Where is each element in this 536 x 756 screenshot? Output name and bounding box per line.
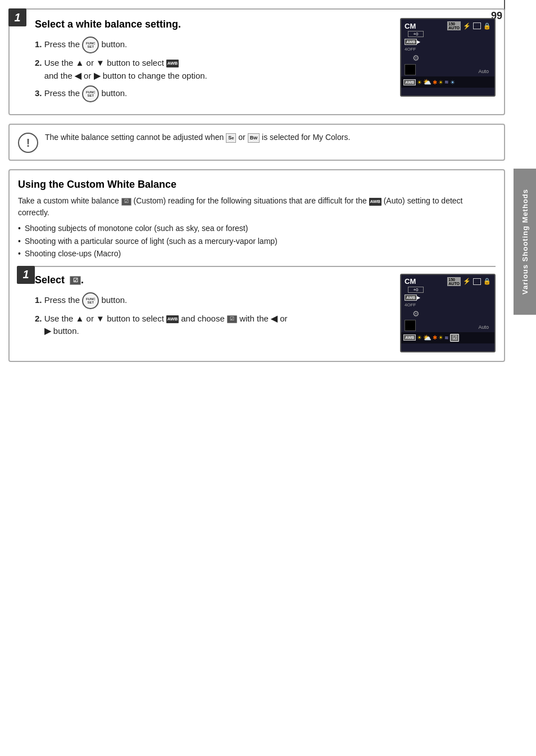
cam2-grid-row: +0 AWB ▶ 4OFF ⚙ Auto bbox=[401, 286, 494, 331]
cam2-ev: +0 bbox=[408, 287, 424, 293]
cam1-black-sq bbox=[405, 64, 416, 75]
cam2-square bbox=[473, 278, 481, 285]
section2-badge: 1 bbox=[17, 266, 35, 284]
cam2-left: +0 AWB ▶ 4OFF ⚙ bbox=[405, 286, 427, 331]
section1-step3: 3. Press the button. bbox=[35, 85, 394, 102]
arrow-left-1: ◀ bbox=[75, 71, 81, 80]
func-set-btn-2[interactable] bbox=[82, 85, 99, 102]
cam2-custom-selected: ☑ bbox=[450, 334, 459, 342]
cam1-top-icons: 150AUTO ⚡ 🔒 bbox=[447, 21, 491, 30]
cam1-wb-arrow: ▶ bbox=[417, 39, 420, 44]
func-set-btn-1[interactable] bbox=[82, 37, 99, 53]
cam2-star-icon: ⚡ bbox=[463, 278, 471, 285]
func-set-btn-3[interactable] bbox=[82, 292, 99, 309]
cam2-cm: CM bbox=[405, 277, 416, 286]
arrow-up-1: ▲ bbox=[76, 58, 84, 67]
cam2-black-sq bbox=[405, 320, 416, 331]
cam1-auto: Auto bbox=[478, 69, 489, 74]
section2-step2: 2. Use the ▲ or ▼ button to select AWB a… bbox=[35, 313, 394, 338]
cwb-desc: Take a custom white balance ☑ (Custom) r… bbox=[18, 195, 496, 219]
step2-text-before: Use the bbox=[44, 58, 74, 67]
cam1-custom-end: ☀ bbox=[450, 79, 455, 85]
arrow-left-2: ◀ bbox=[271, 314, 278, 323]
note-icon: ! bbox=[18, 133, 38, 153]
step3-text-before: Press the bbox=[44, 88, 80, 98]
cam1-wb-row: AWB ▶ bbox=[405, 39, 427, 45]
cwb-bullets: Shooting subjects of monotone color (suc… bbox=[18, 222, 496, 260]
step3-num: 3. bbox=[35, 88, 42, 98]
cam2-iso: 150AUTO bbox=[447, 277, 461, 286]
section1-step2: 2. Use the ▲ or ▼ button to select AWB a… bbox=[35, 57, 394, 82]
s2-step2-mid2: and choose bbox=[181, 314, 225, 323]
note-box: ! The white balance setting cannot be ad… bbox=[8, 124, 505, 161]
cam2-lock-icon: 🔒 bbox=[483, 278, 491, 285]
arrow-down-2: ▼ bbox=[96, 314, 105, 323]
cam1-lock-icon: 🔒 bbox=[483, 22, 491, 30]
cam2-off: 4OFF bbox=[405, 302, 427, 307]
cwb-desc1: Take a custom white balance bbox=[18, 196, 119, 205]
s2-step2-end: button. bbox=[53, 326, 79, 336]
main-content: 1 Select a white balance setting. 1. Pre… bbox=[8, 8, 505, 362]
s2-step2-before: Use the bbox=[44, 314, 74, 323]
custom-wb-icon-desc: ☑ bbox=[121, 198, 131, 206]
cam2-gear-icon: ⚙ bbox=[405, 309, 427, 318]
step2-or2: or bbox=[84, 71, 91, 80]
section2-box: 1 Select ☑. 1. Press the button. 2. Use bbox=[18, 266, 496, 361]
cam1-fluor: ≋ bbox=[444, 79, 449, 85]
cam2-sun2: ☀ bbox=[438, 334, 443, 341]
side-tab: Various Shooting Methods bbox=[514, 169, 536, 315]
section1-steps: 1. Press the button. 2. Use the ▲ or ▼ b… bbox=[35, 37, 394, 102]
cam2-auto: Auto bbox=[478, 324, 489, 330]
section2-title: Select ☑. bbox=[35, 274, 394, 287]
cam2-bulb: ✱ bbox=[433, 334, 437, 341]
step2-or1: or bbox=[87, 58, 94, 67]
custom-wb-title-icon: ☑ bbox=[70, 276, 81, 285]
cam1-sun1: ☀ bbox=[417, 79, 422, 85]
cam2-wb-row: AWB ▶ bbox=[405, 295, 427, 301]
s2-step1-before: Press the bbox=[44, 295, 80, 305]
cwb-bullet-1: Shooting subjects of monotone color (suc… bbox=[18, 222, 496, 234]
s2-step1-after: button. bbox=[101, 295, 127, 305]
cwb-desc1-mid: (Custom) reading for the following situa… bbox=[134, 196, 367, 205]
arrow-down-1: ▼ bbox=[96, 58, 105, 67]
wb-icon-1: AWB bbox=[166, 60, 179, 67]
cwb-bullet-2: Shooting with a particular source of lig… bbox=[18, 235, 496, 247]
cam2-sun1: ☀ bbox=[417, 334, 422, 341]
side-tab-label: Various Shooting Methods bbox=[521, 189, 529, 295]
cam1-star-icon: ⚡ bbox=[463, 22, 471, 30]
step1-text-after: button. bbox=[101, 39, 127, 49]
cam1-cm: CM bbox=[405, 22, 416, 30]
cam2-wb-arrow: ▶ bbox=[417, 295, 420, 300]
s2-or2: or bbox=[280, 314, 287, 323]
step1-text-before: Press the bbox=[44, 39, 80, 49]
cam2-cloud: ⛅ bbox=[423, 334, 431, 342]
cam1-off: 4OFF bbox=[405, 47, 427, 52]
step2-num: 2. bbox=[35, 58, 42, 67]
my-colors-icon-1: Se bbox=[226, 133, 236, 143]
arrow-right-1: ▶ bbox=[94, 71, 101, 80]
cam1-iso: 150AUTO bbox=[447, 21, 461, 30]
cam1-top-bar: CM 150AUTO ⚡ 🔒 bbox=[401, 19, 494, 31]
cam2-top-bar: CM 150AUTO ⚡ 🔒 bbox=[401, 275, 494, 287]
section1-badge: 1 bbox=[8, 8, 26, 26]
wb-icon-2: AWB bbox=[166, 315, 179, 323]
step2-text-after: button to change the option. bbox=[103, 71, 207, 80]
cam2-bottom-bar: AWB ☀ ⛅ ✱ ☀ ≋ ☑ bbox=[401, 332, 494, 343]
awb-icon-desc: AWB bbox=[369, 198, 381, 206]
cam1-grid-row: +0 AWB ▶ 4OFF ⚙ Auto bbox=[401, 30, 494, 75]
section2-step1: 1. Press the button. bbox=[35, 292, 394, 309]
s2-step2-mid3: with the bbox=[239, 314, 269, 323]
section1-step1: 1. Press the button. bbox=[35, 37, 394, 53]
cam1-awb: AWB bbox=[403, 79, 416, 85]
my-colors-icon-2: BW bbox=[248, 133, 260, 143]
step2-text-line2: and the bbox=[44, 71, 72, 80]
cwb-section: Using the Custom White Balance Take a cu… bbox=[8, 169, 505, 361]
cam2-awb: AWB bbox=[403, 334, 416, 341]
cam2-fluor: ≋ bbox=[444, 335, 449, 341]
camera-screen-2: CM 150AUTO ⚡ 🔒 +0 AWB ▶ bbox=[400, 274, 496, 352]
step2-text-mid: button to select bbox=[107, 58, 164, 67]
cam1-left: +0 AWB ▶ 4OFF ⚙ bbox=[405, 30, 427, 75]
note-text: The white balance setting cannot be adju… bbox=[45, 132, 350, 143]
cam1-sun2: ☀ bbox=[438, 79, 443, 85]
cam1-wb-label: AWB bbox=[405, 39, 417, 45]
